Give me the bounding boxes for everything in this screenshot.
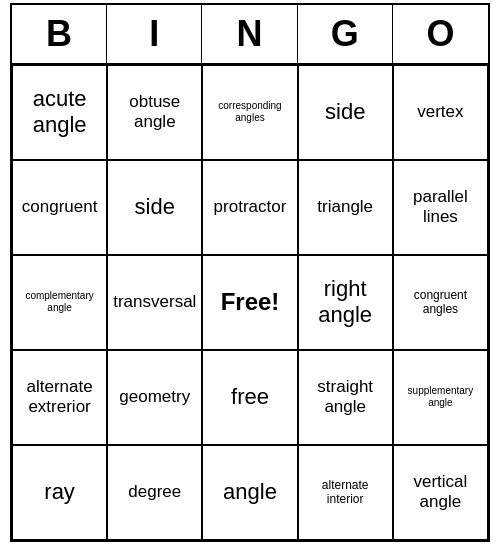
header-letter: I — [107, 5, 202, 63]
bingo-cell: straight angle — [298, 350, 393, 445]
bingo-cell: complementary angle — [12, 255, 107, 350]
bingo-grid: acute angleobtuse anglecorresponding ang… — [12, 65, 488, 540]
bingo-cell: transversal — [107, 255, 202, 350]
bingo-cell: Free! — [202, 255, 297, 350]
bingo-cell: right angle — [298, 255, 393, 350]
bingo-cell: free — [202, 350, 297, 445]
bingo-cell: congruent angles — [393, 255, 488, 350]
header-letter: O — [393, 5, 488, 63]
bingo-cell: parallel lines — [393, 160, 488, 255]
bingo-cell: alternate extrerior — [12, 350, 107, 445]
bingo-cell: congruent — [12, 160, 107, 255]
bingo-cell: triangle — [298, 160, 393, 255]
bingo-cell: ray — [12, 445, 107, 540]
bingo-cell: obtuse angle — [107, 65, 202, 160]
bingo-cell: supplementary angle — [393, 350, 488, 445]
bingo-cell: degree — [107, 445, 202, 540]
bingo-cell: side — [298, 65, 393, 160]
bingo-cell: vertex — [393, 65, 488, 160]
header-letter: G — [298, 5, 393, 63]
bingo-header: BINGO — [12, 5, 488, 65]
bingo-cell: vertical angle — [393, 445, 488, 540]
bingo-cell: acute angle — [12, 65, 107, 160]
bingo-cell: angle — [202, 445, 297, 540]
header-letter: B — [12, 5, 107, 63]
bingo-card: BINGO acute angleobtuse anglecorrespondi… — [10, 3, 490, 542]
bingo-cell: alternate interior — [298, 445, 393, 540]
bingo-cell: side — [107, 160, 202, 255]
header-letter: N — [202, 5, 297, 63]
bingo-cell: corresponding angles — [202, 65, 297, 160]
bingo-cell: geometry — [107, 350, 202, 445]
bingo-cell: protractor — [202, 160, 297, 255]
